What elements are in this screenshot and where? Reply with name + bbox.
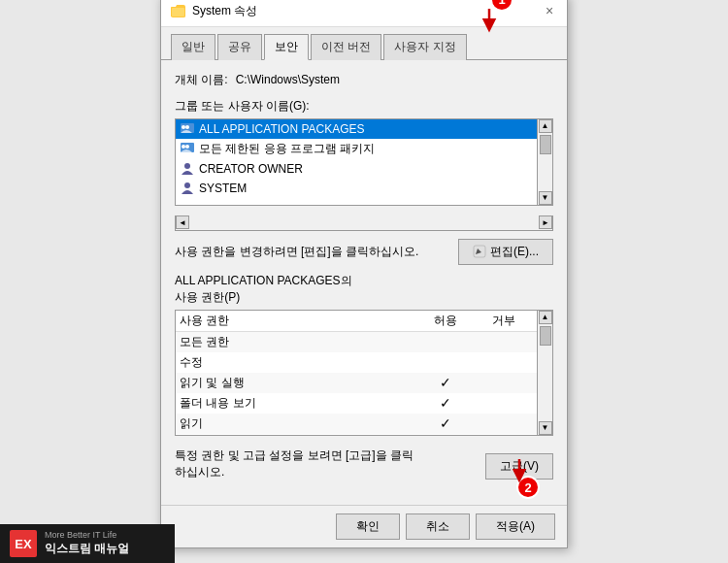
logo-icon: EX	[10, 530, 37, 557]
desktop: 1 System 속성 × 일반 공유 보안 이전 버전 사용자 지정	[0, 0, 728, 563]
group-icon	[180, 121, 195, 137]
scroll-left-btn[interactable]: ◄	[176, 215, 189, 229]
perm-row: 읽기 및 실행 ✓	[176, 373, 537, 393]
group-icon	[180, 141, 195, 156]
dialog-window: 1 System 속성 × 일반 공유 보안 이전 버전 사용자 지정	[160, 0, 568, 548]
bottom-bar: 확인 취소 적용(A)	[161, 505, 567, 547]
logo-main-text: 익스트림 매뉴얼	[45, 542, 129, 557]
svg-point-10	[184, 182, 190, 188]
tabs-bar: 일반 공유 보안 이전 버전 사용자 지정	[161, 27, 567, 60]
cancel-button[interactable]: 취소	[406, 513, 470, 540]
edit-hint: 사용 권한을 변경하려면 [편집]을 클릭하십시오.	[175, 244, 418, 260]
user-list[interactable]: ALL APPLICATION PACKAGES 모든 제한된 응용 프로그램 …	[175, 118, 538, 206]
object-name-row: 개체 이름: C:\Windows\System	[175, 72, 553, 88]
perm-row: 폴더 내용 보기 ✓	[176, 393, 537, 414]
tab-general[interactable]: 일반	[171, 34, 215, 60]
logo-text: More Better IT Life 익스트림 매뉴얼	[45, 530, 129, 556]
folder-icon	[171, 4, 186, 17]
list-item[interactable]: CREATOR OWNER	[176, 159, 537, 179]
list-item[interactable]: ALL APPLICATION PACKAGES	[176, 119, 537, 139]
scroll-track	[538, 324, 552, 421]
apply-button[interactable]: 적용(A)	[476, 513, 555, 540]
tab-security[interactable]: 보안	[264, 34, 309, 60]
scroll-down-btn[interactable]: ▼	[539, 421, 552, 435]
perm-allow: ✓	[416, 415, 475, 431]
logo-top-text: More Better IT Life	[45, 530, 129, 542]
perm-col-deny: 거부	[475, 313, 533, 329]
scroll-right-btn[interactable]: ►	[539, 215, 552, 229]
perm-name: 읽기 및 실행	[180, 375, 416, 391]
object-label: 개체 이름:	[175, 72, 228, 88]
perm-allow: ✓	[416, 395, 475, 411]
scroll-thumb[interactable]	[540, 326, 551, 346]
logo-bar: EX More Better IT Life 익스트림 매뉴얼	[0, 524, 175, 563]
edit-row: 사용 권한을 변경하려면 [편집]을 클릭하십시오. 편집(E)...	[175, 239, 553, 265]
user-list-hscrollbar[interactable]: ◄ ►	[175, 215, 553, 231]
perm-table-scrollbar[interactable]: ▲ ▼	[538, 310, 553, 436]
perm-allow: ✓	[416, 375, 475, 390]
tab-previous[interactable]: 이전 버전	[311, 34, 381, 60]
perm-col-allow: 허용	[416, 313, 475, 329]
tab-custom[interactable]: 사용자 지정	[383, 34, 466, 60]
advanced-button[interactable]: 고급(V)	[485, 453, 553, 480]
scroll-track-h	[189, 215, 539, 230]
perm-row: 읽기 ✓	[176, 414, 537, 434]
group-label: 그룹 또는 사용자 이름(G):	[175, 98, 553, 115]
perm-name: 읽기	[180, 415, 416, 432]
svg-point-7	[182, 145, 185, 149]
svg-point-5	[185, 125, 189, 129]
perm-row: 수정	[176, 352, 537, 373]
title-bar-left: System 속성	[171, 3, 257, 19]
content-area: 개체 이름: C:\Windows\System 그룹 또는 사용자 이름(G)…	[161, 60, 567, 506]
scroll-thumb[interactable]	[540, 135, 551, 154]
perm-col-name: 사용 권한	[180, 313, 416, 329]
perm-name: 모든 권한	[180, 334, 416, 350]
close-button[interactable]: ×	[540, 1, 559, 20]
list-item-text: ALL APPLICATION PACKAGES	[199, 122, 365, 136]
perm-name: 수정	[180, 354, 416, 371]
list-item[interactable]: 모든 제한된 응용 프로그램 패키지	[176, 139, 537, 159]
object-value: C:\Windows\System	[236, 73, 340, 86]
perm-row: 쓰기	[176, 434, 537, 436]
user-list-scrollbar[interactable]: ▲ ▼	[538, 118, 553, 206]
user-icon	[180, 181, 195, 196]
list-item-text: CREATOR OWNER	[199, 162, 303, 176]
ok-button[interactable]: 확인	[336, 513, 400, 540]
list-item[interactable]: SYSTEM	[176, 179, 537, 198]
perm-header: 사용 권한 허용 거부	[176, 311, 537, 332]
scroll-up-btn[interactable]: ▲	[539, 311, 552, 324]
perm-name: 폴더 내용 보기	[180, 395, 416, 412]
perm-table-container: 사용 권한 허용 거부 모든 권한 수정 읽	[175, 310, 553, 436]
title-text: System 속성	[192, 3, 257, 19]
advanced-row: 특정 권한 및 고급 설정을 보려면 [고급]을 클릭 하십시오. 고급(V)	[175, 447, 553, 480]
list-item-text: 모든 제한된 응용 프로그램 패키지	[199, 141, 375, 157]
svg-rect-2	[172, 8, 184, 17]
tab-share[interactable]: 공유	[217, 34, 262, 60]
edit-button[interactable]: 편집(E)...	[458, 239, 553, 265]
edit-button-label: 편집(E)...	[490, 244, 539, 260]
svg-point-4	[182, 125, 185, 129]
svg-point-8	[185, 145, 189, 149]
perm-section-label: ALL APPLICATION PACKAGES의 사용 권한(P)	[175, 273, 553, 306]
list-item-text: SYSTEM	[199, 182, 247, 195]
scroll-down-btn[interactable]: ▼	[539, 191, 552, 205]
logo-tag: EX	[15, 537, 31, 551]
perm-table: 사용 권한 허용 거부 모든 권한 수정 읽	[175, 310, 538, 436]
user-icon	[180, 161, 195, 177]
scroll-track	[538, 133, 552, 191]
perm-row: 모든 권한	[176, 332, 537, 352]
advanced-hint: 특정 권한 및 고급 설정을 보려면 [고급]을 클릭 하십시오.	[175, 447, 476, 480]
scroll-up-btn[interactable]: ▲	[539, 119, 552, 133]
svg-point-9	[184, 163, 190, 169]
pencil-icon	[473, 245, 486, 258]
user-list-container: ALL APPLICATION PACKAGES 모든 제한된 응용 프로그램 …	[175, 118, 553, 206]
